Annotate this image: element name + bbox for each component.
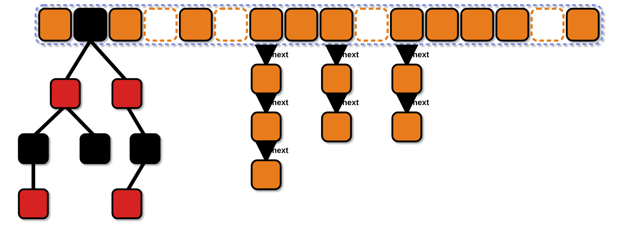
array-slot-orange: [461, 9, 493, 41]
chain-node: [322, 112, 351, 141]
tree-node-red: [19, 189, 48, 218]
chain-label-next: next: [342, 50, 359, 59]
tree-node-black: [131, 134, 160, 163]
chain-node: [322, 65, 351, 94]
array-slot-orange: [39, 9, 71, 41]
array-slot-empty: [532, 9, 564, 41]
chain-node: [392, 112, 421, 141]
tree-edge: [127, 161, 145, 191]
chain-label-next: next: [272, 98, 289, 107]
chain-label-next: next: [413, 98, 429, 107]
array-slot-orange: [285, 9, 317, 41]
array-slot-orange: [391, 9, 423, 41]
chain-node: [252, 160, 281, 189]
array-slot-orange: [250, 9, 282, 41]
tree-edge: [65, 41, 90, 81]
array-slot-empty: [356, 9, 388, 41]
array-slot-orange: [180, 9, 212, 41]
tree-node-red: [51, 79, 80, 108]
tree-edge: [127, 106, 145, 136]
array-slot-black: [74, 9, 106, 41]
tree-edge: [65, 106, 95, 136]
tree-edge: [90, 41, 127, 81]
tree-node-red: [112, 79, 141, 108]
tree-node-black: [19, 134, 48, 163]
chain-node: [392, 65, 421, 94]
chain-label-next: next: [342, 98, 359, 107]
array-slot-orange: [496, 9, 528, 41]
array-slot-empty: [215, 9, 247, 41]
array-slot-empty: [145, 9, 177, 41]
chain-label-next: next: [272, 50, 289, 59]
chain-label-next: next: [272, 146, 289, 155]
tree-node-black: [80, 134, 110, 163]
array-slot-orange: [567, 9, 599, 41]
tree-edge: [33, 106, 65, 136]
array-slot-orange: [321, 9, 352, 41]
array-slot-orange: [110, 9, 141, 41]
tree-node-red: [112, 189, 141, 218]
chain-node: [252, 65, 281, 94]
array-slot-orange: [426, 9, 458, 41]
chain-label-next: next: [413, 50, 429, 59]
chain-node: [252, 112, 281, 141]
diagram-root: nextnextnextnextnextnextnext: [0, 0, 644, 227]
